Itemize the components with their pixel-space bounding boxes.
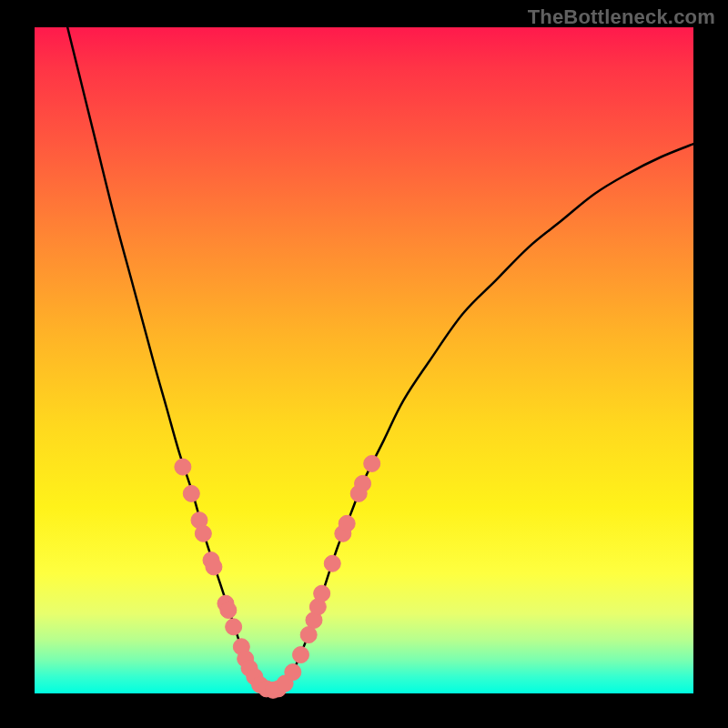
data-point (206, 559, 222, 575)
watermark-text: TheBottleneck.com (528, 5, 715, 29)
data-point (300, 627, 317, 643)
data-point (364, 455, 380, 471)
data-point (314, 585, 330, 602)
data-point (183, 485, 199, 501)
data-point (195, 525, 211, 541)
data-point (175, 459, 191, 475)
data-point (226, 619, 242, 635)
data-point (285, 664, 301, 681)
data-point (324, 555, 340, 571)
plot-area (35, 27, 693, 693)
data-points (175, 455, 380, 698)
data-point (220, 602, 237, 619)
chart-svg (35, 27, 693, 693)
data-point (293, 647, 309, 663)
data-point (355, 475, 371, 491)
data-point (339, 515, 355, 531)
chart-container: TheBottleneck.com (0, 0, 728, 728)
bottleneck-curve (67, 27, 693, 690)
